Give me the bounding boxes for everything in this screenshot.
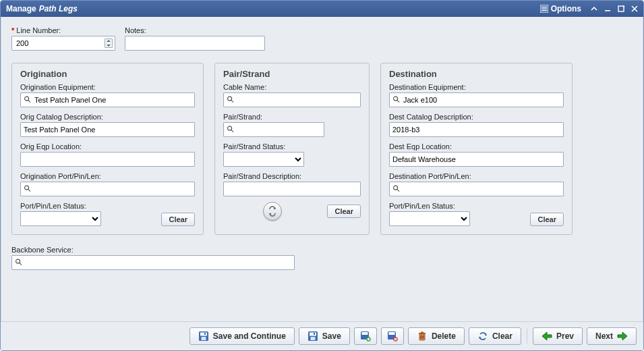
window-title-sub: Path Legs — [39, 4, 78, 14]
cable-name-label: Cable Name: — [223, 83, 361, 91]
orig-equipment-label: Origination Equipment: — [20, 83, 195, 91]
orig-port-label: Origination Port/Pin/Len: — [20, 172, 195, 180]
pair-strand-section: Pair/Strand Cable Name: Pair/Strand: — [214, 63, 370, 235]
dest-equipment-label: Destination Equipment: — [389, 83, 564, 91]
svg-rect-38 — [421, 332, 423, 333]
orig-equipment-input[interactable] — [20, 92, 195, 107]
svg-rect-34 — [388, 332, 394, 335]
dest-port-label: Destination Port/Pin/Len: — [389, 172, 564, 180]
orig-status-label: Port/Pin/Len Status: — [20, 202, 101, 210]
svg-rect-22 — [201, 337, 206, 340]
orig-status-select[interactable] — [20, 211, 101, 226]
pair-desc-input[interactable] — [223, 182, 361, 196]
options-label: Options — [551, 4, 581, 14]
save-close-button[interactable] — [381, 327, 404, 345]
backbone-label: Backbone Service: — [11, 246, 295, 254]
notes-label: Notes: — [125, 26, 265, 34]
save-close-icon — [387, 331, 398, 342]
window-title-main: Manage — [6, 4, 36, 14]
svg-rect-25 — [310, 333, 316, 336]
save-new-button[interactable] — [354, 327, 377, 345]
prev-button[interactable]: Prev — [533, 327, 583, 345]
svg-rect-32 — [367, 339, 370, 340]
options-menu[interactable]: Options — [536, 3, 585, 15]
pair-strand-input[interactable] — [223, 122, 324, 137]
save-button[interactable]: Save — [299, 327, 350, 345]
pair-strand-label: Pair/Strand: — [223, 113, 361, 121]
destination-section: Destination Destination Equipment: Dest … — [380, 63, 573, 235]
orig-catalog-label: Orig Catalog Description: — [20, 113, 195, 121]
dest-port-input[interactable] — [389, 182, 564, 196]
swap-icon — [267, 206, 278, 217]
pair-desc-label: Pair/Strand Description: — [223, 172, 361, 180]
line-number-input[interactable] — [11, 36, 115, 51]
svg-rect-26 — [310, 337, 315, 340]
dest-status-label: Port/Pin/Len Status: — [389, 202, 470, 210]
svg-rect-23 — [204, 333, 206, 335]
destination-heading: Destination — [389, 69, 564, 79]
pair-clear-button[interactable]: Clear — [327, 205, 361, 218]
cable-name-input[interactable] — [223, 92, 361, 107]
arrow-left-icon — [541, 331, 552, 341]
svg-rect-29 — [361, 332, 368, 335]
refresh-icon — [477, 331, 488, 342]
svg-rect-27 — [314, 333, 315, 335]
next-button[interactable]: Next — [587, 327, 637, 345]
delete-button[interactable]: Delete — [408, 327, 465, 345]
options-icon — [540, 5, 548, 13]
separator — [527, 329, 527, 344]
footer-toolbar: Save and Continue Save Delete — [1, 321, 643, 350]
dest-catalog-input[interactable] — [389, 122, 564, 137]
svg-rect-4 — [605, 10, 610, 11]
orig-port-input[interactable] — [20, 182, 195, 196]
save-and-continue-button[interactable]: Save and Continue — [189, 327, 295, 345]
orig-catalog-input[interactable] — [20, 122, 195, 137]
notes-input[interactable] — [125, 36, 265, 51]
svg-rect-2 — [541, 9, 547, 9]
pair-status-label: Pair/Strand Status: — [223, 142, 361, 151]
svg-rect-5 — [618, 6, 624, 11]
line-number-label: * Line Number: — [11, 26, 115, 34]
arrow-right-icon — [617, 331, 628, 341]
svg-rect-3 — [541, 10, 547, 11]
pair-status-select[interactable] — [223, 152, 304, 167]
save-icon — [198, 331, 209, 342]
orig-location-label: Orig Eqp Location: — [20, 142, 195, 151]
backbone-input[interactable] — [11, 255, 295, 270]
dest-location-label: Dest Eqp Location: — [389, 142, 564, 151]
swap-button[interactable] — [263, 202, 282, 221]
save-new-icon — [360, 331, 371, 342]
orig-location-input[interactable] — [20, 152, 195, 167]
line-number-stepper[interactable] — [105, 38, 113, 48]
titlebar: Manage Path Legs Options — [1, 1, 643, 17]
trash-icon — [417, 331, 428, 342]
svg-rect-1 — [541, 7, 547, 7]
dest-location-input[interactable] — [389, 152, 564, 167]
pair-heading: Pair/Strand — [223, 69, 361, 79]
maximize-icon[interactable] — [616, 4, 626, 14]
dest-status-select[interactable] — [389, 211, 470, 226]
origination-heading: Origination — [20, 69, 195, 79]
minimize-icon[interactable] — [603, 4, 612, 14]
orig-clear-button[interactable]: Clear — [161, 213, 195, 226]
clear-button[interactable]: Clear — [469, 327, 521, 345]
collapse-icon[interactable] — [589, 4, 599, 14]
window: Manage Path Legs Options * — [0, 0, 644, 351]
required-asterisk: * — [11, 26, 14, 34]
content: * Line Number: Notes: Origination — [1, 17, 643, 321]
dest-catalog-label: Dest Catalog Description: — [389, 113, 564, 121]
origination-section: Origination Origination Equipment: Orig … — [11, 63, 204, 235]
save-icon — [308, 331, 318, 342]
dest-clear-button[interactable]: Clear — [530, 213, 564, 226]
dest-equipment-input[interactable] — [389, 92, 564, 107]
close-icon[interactable] — [630, 4, 639, 14]
svg-rect-21 — [200, 333, 207, 336]
